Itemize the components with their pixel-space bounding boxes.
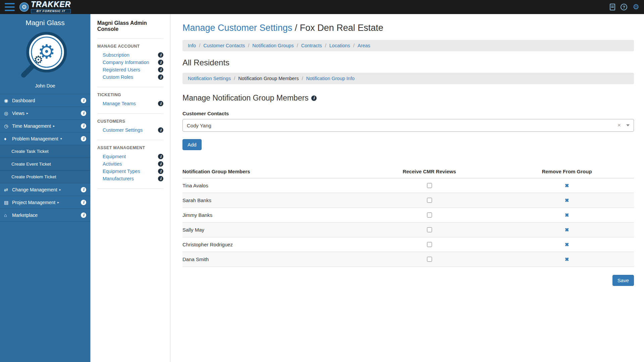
hamburger-menu-icon[interactable] — [5, 3, 15, 11]
sidebar-item-project-management[interactable]: ▤ Project Management ▸ — [0, 196, 90, 209]
tab-areas[interactable]: Areas — [358, 43, 370, 48]
info-icon[interactable] — [158, 127, 163, 133]
info-icon[interactable] — [158, 52, 163, 58]
admin-console-panel: Magni Glass Admin Console MANAGE ACCOUNT… — [91, 14, 170, 362]
link-equipment[interactable]: Equipment — [103, 154, 126, 159]
info-icon[interactable] — [158, 67, 163, 72]
cmr-checkbox[interactable] — [427, 257, 432, 262]
document-icon[interactable] — [610, 4, 615, 10]
tab-notification-groups[interactable]: Notification Groups — [252, 43, 301, 48]
page-title-customer: Fox Den Real Estate — [300, 23, 383, 33]
sidebar-item-create-problem-ticket[interactable]: Create Problem Ticket — [0, 171, 90, 183]
cmr-checkbox[interactable] — [427, 183, 432, 188]
link-equipment-types[interactable]: Equipment Types — [103, 169, 140, 174]
link-registered-users[interactable]: Registered Users — [103, 67, 140, 72]
info-icon[interactable] — [81, 187, 86, 192]
dropdown-caret-icon[interactable] — [626, 124, 630, 126]
page-title: Manage Customer Settings / Fox Den Real … — [182, 23, 634, 33]
subtab-notification-settings[interactable]: Notification Settings — [188, 76, 238, 81]
info-icon[interactable] — [81, 123, 86, 129]
tab-locations[interactable]: Locations — [329, 43, 358, 48]
subtab-notification-group-info[interactable]: Notification Group Info — [306, 76, 355, 81]
sidebar-item-views[interactable]: ◎ Views ▸ — [0, 107, 90, 120]
info-icon[interactable] — [81, 136, 86, 141]
header-members: Notification Group Members — [182, 165, 359, 178]
link-activities[interactable]: Activities — [103, 161, 122, 167]
section-asset-management: ASSET MANAGEMENT Equipment Activities Eq… — [97, 140, 163, 189]
brand-tagline: BY FORENSIC IT — [31, 9, 71, 13]
member-name: Jimmy Banks — [182, 208, 359, 223]
remove-member-icon[interactable]: ✖ — [565, 197, 569, 203]
tab-contracts[interactable]: Contracts — [301, 43, 329, 48]
user-name: John Doe — [0, 83, 90, 88]
info-icon[interactable] — [81, 111, 86, 116]
selected-contact-value: Cody Yang — [187, 123, 211, 128]
info-icon[interactable] — [158, 169, 163, 174]
bank-icon: ⌂ — [4, 213, 11, 218]
info-icon[interactable] — [81, 200, 86, 205]
table-row: Jimmy Banks ✖ — [182, 208, 634, 223]
cmr-checkbox[interactable] — [427, 227, 432, 232]
header-cmr-reviews: Receive CMR Reviews — [359, 165, 500, 178]
table-row: Sarah Banks ✖ — [182, 193, 634, 208]
tab-customer-contacts[interactable]: Customer Contacts — [203, 43, 252, 48]
link-customer-settings[interactable]: Customer Settings — [103, 127, 143, 133]
sidebar-item-problem-management[interactable]: ♦ Problem Management ▾ — [0, 132, 90, 145]
swap-arrows-icon: ⇄ — [4, 187, 11, 192]
main-sidebar: Magni Glass ⚙ ⚙ John Doe ◉ Dashboard ◎ V… — [0, 14, 91, 362]
notification-subtabs-bar: Notification Settings Notification Group… — [182, 73, 634, 84]
sidebar-nav: ◉ Dashboard ◎ Views ▸ ◷ Time Management … — [0, 94, 90, 222]
remove-member-icon[interactable]: ✖ — [565, 212, 569, 218]
top-bar: ⚙ TRAKKER BY FORENSIC IT ? ⚙ — [0, 0, 644, 14]
link-subscription[interactable]: Subscription — [103, 52, 129, 58]
info-icon[interactable] — [81, 98, 86, 103]
info-icon[interactable] — [158, 101, 163, 106]
page-title-link[interactable]: Manage Customer Settings — [182, 23, 292, 33]
customer-tabs-bar: Info Customer Contacts Notification Grou… — [182, 40, 634, 51]
sidebar-item-dashboard[interactable]: ◉ Dashboard — [0, 94, 90, 107]
group-heading: All Residents — [182, 58, 634, 67]
sidebar-item-create-event-ticket[interactable]: Create Event Ticket — [0, 158, 90, 171]
info-icon[interactable] — [158, 176, 163, 181]
settings-gear-icon[interactable]: ⚙ — [633, 3, 639, 11]
info-icon[interactable] — [158, 154, 163, 159]
sidebar-item-change-management[interactable]: ⇄ Change Management ▸ — [0, 183, 90, 196]
customer-contacts-label: Customer Contacts — [182, 111, 634, 116]
cmr-checkbox[interactable] — [427, 213, 432, 218]
info-icon[interactable] — [158, 161, 163, 167]
remove-member-icon[interactable]: ✖ — [565, 256, 569, 262]
info-icon[interactable] — [81, 213, 86, 218]
remove-member-icon[interactable]: ✖ — [565, 227, 569, 233]
sidebar-item-marketplace[interactable]: ⌂ Marketplace — [0, 209, 90, 222]
member-name: Christopher Rodriguez — [182, 237, 359, 252]
info-icon[interactable] — [158, 74, 163, 80]
info-icon[interactable] — [158, 60, 163, 65]
save-button[interactable]: Save — [612, 275, 634, 286]
svg-text:⚙: ⚙ — [34, 54, 43, 66]
tab-info[interactable]: Info — [188, 43, 203, 48]
customer-contact-select[interactable]: Cody Yang × — [182, 119, 634, 132]
member-name: Sarah Banks — [182, 193, 359, 208]
chevron-right-icon: ▸ — [53, 124, 55, 128]
section-heading: Manage Notification Group Members — [182, 94, 634, 103]
sidebar-item-time-management[interactable]: ◷ Time Management ▸ — [0, 120, 90, 132]
cmr-checkbox[interactable] — [427, 198, 432, 203]
table-row: Christopher Rodriguez ✖ — [182, 237, 634, 252]
link-company-information[interactable]: Company Information — [103, 60, 149, 65]
link-manage-teams[interactable]: Manage Teams — [103, 101, 136, 106]
sidebar-item-create-task-ticket[interactable]: Create Task Ticket — [0, 145, 90, 158]
help-icon[interactable]: ? — [621, 4, 627, 10]
cmr-checkbox[interactable] — [427, 242, 432, 247]
info-icon[interactable] — [311, 96, 317, 101]
section-ticketing: TICKETING Manage Teams — [97, 87, 163, 114]
list-icon: ▤ — [4, 200, 11, 205]
dashboard-icon: ◉ — [4, 98, 11, 103]
remove-member-icon[interactable]: ✖ — [565, 242, 569, 247]
add-button[interactable]: Add — [182, 139, 202, 150]
link-custom-roles[interactable]: Custom Roles — [103, 74, 133, 80]
clear-selection-icon[interactable]: × — [618, 122, 621, 129]
members-table: Notification Group Members Receive CMR R… — [182, 165, 634, 267]
link-manufacturers[interactable]: Manufacturers — [103, 176, 134, 181]
subtab-notification-group-members: Notification Group Members — [238, 76, 306, 81]
remove-member-icon[interactable]: ✖ — [565, 183, 569, 188]
